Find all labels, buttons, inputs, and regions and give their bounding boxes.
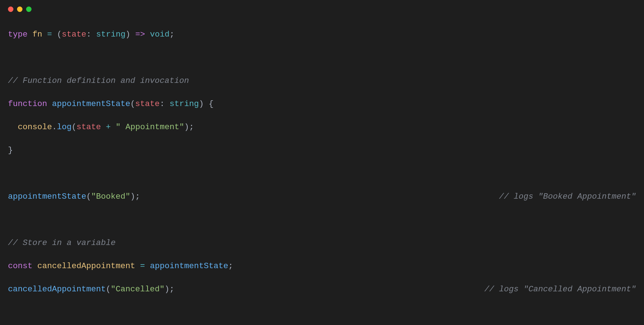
brace-open: { (209, 99, 214, 109)
semicolon: ; (228, 261, 233, 271)
comment: // Store in a variable (8, 238, 116, 248)
code-line: // Function definition and invocation (8, 75, 636, 86)
string-literal: " Appointment" (116, 122, 184, 132)
comment: // logs "Cancelled Appointment" (484, 284, 636, 294)
paren-open: ( (86, 192, 91, 201)
paren-close: ) (125, 30, 130, 39)
zoom-icon[interactable] (26, 7, 32, 12)
keyword-type: type (8, 30, 28, 39)
code-line: const cancelledAppointment = appointment… (8, 260, 636, 272)
colon: : (160, 99, 165, 109)
semicolon: ; (189, 122, 194, 132)
code-line: cancelledAppointment("Cancelled");// log… (8, 283, 636, 295)
arrow-op: => (135, 30, 145, 39)
function-name: appointmentState (52, 99, 130, 109)
keyword-const: const (8, 261, 33, 271)
blank-line (8, 168, 636, 179)
semicolon: ; (135, 192, 140, 201)
blank-line (8, 214, 636, 225)
paren-open: ( (57, 30, 62, 39)
minimize-icon[interactable] (17, 7, 22, 12)
keyword-function: function (8, 99, 47, 109)
arg-name: state (76, 122, 101, 132)
semicolon: ; (170, 284, 175, 294)
variable-name: cancelledAppointment (37, 261, 135, 271)
equals-op: = (140, 261, 145, 271)
brace-close: } (8, 145, 13, 155)
param-name: state (135, 99, 160, 109)
log-method: log (57, 122, 72, 132)
string-literal: "Cancelled" (111, 284, 165, 294)
function-call: appointmentState (8, 192, 86, 201)
code-editor[interactable]: type fn = (state: string) => void; // Fu… (0, 17, 644, 325)
function-call: cancelledAppointment (8, 284, 106, 294)
comment: // Function definition and invocation (8, 76, 189, 85)
paren-open: ( (106, 284, 111, 294)
type-void: void (150, 30, 170, 39)
code-line: console.log(state + " Appointment"); (8, 121, 636, 133)
indent (8, 122, 18, 132)
code-line: function appointmentState(state: string)… (8, 98, 636, 110)
type-string: string (170, 99, 199, 109)
comment: // logs "Booked Appointment" (499, 192, 636, 201)
close-icon[interactable] (8, 7, 13, 12)
paren-open: ( (130, 99, 136, 109)
colon: : (86, 30, 91, 39)
blank-line (8, 52, 636, 63)
dot: . (52, 122, 57, 132)
blank-line (8, 307, 636, 318)
paren-close: ) (199, 99, 204, 109)
paren-close: ) (165, 284, 170, 294)
console-object: console (18, 122, 52, 132)
code-line: } (8, 144, 636, 156)
paren-close: ) (130, 192, 136, 201)
code-line: type fn = (state: string) => void; (8, 29, 636, 40)
semicolon: ; (170, 30, 175, 39)
rhs-identifier: appointmentState (150, 261, 228, 271)
type-name: fn (33, 30, 42, 39)
window-titlebar (0, 0, 644, 17)
code-line: // Store in a variable (8, 237, 636, 249)
paren-open: ( (72, 122, 77, 132)
plus-op: + (106, 122, 111, 132)
type-string: string (96, 30, 125, 39)
equals-op: = (47, 30, 52, 39)
paren-close: ) (184, 122, 189, 132)
string-literal: "Booked" (91, 192, 130, 201)
param-name: state (62, 30, 87, 39)
code-line: appointmentState("Booked");// logs "Book… (8, 191, 636, 202)
